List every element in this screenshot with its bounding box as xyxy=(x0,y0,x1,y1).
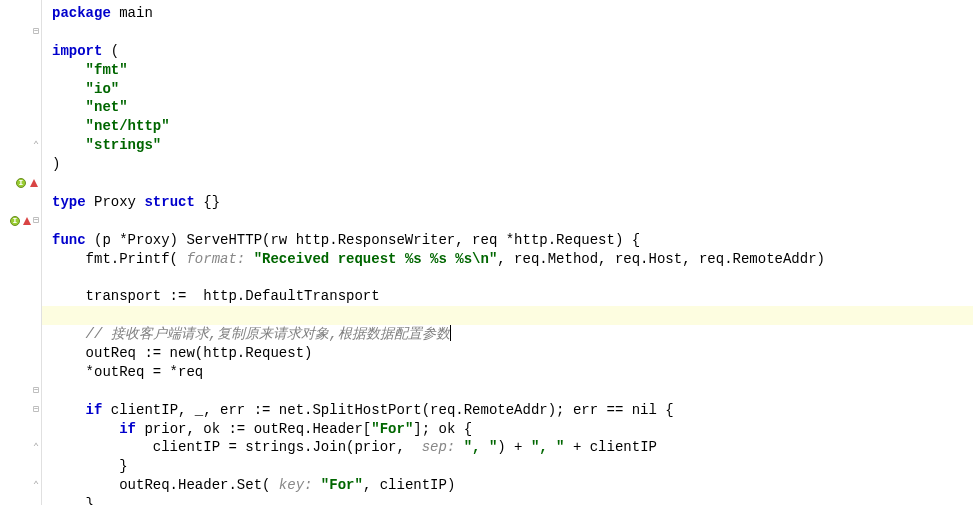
code-line[interactable]: transport := http.DefaultTransport xyxy=(52,287,973,306)
code-line[interactable]: } xyxy=(52,495,973,505)
code-line[interactable]: type Proxy struct {} xyxy=(52,193,973,212)
code-line[interactable]: "io" xyxy=(52,80,973,99)
code-line[interactable]: package main xyxy=(52,4,973,23)
current-line-highlight xyxy=(42,306,973,325)
code-line[interactable]: } xyxy=(52,457,973,476)
code-editor[interactable]: ⊟ ⌃ I I ⊟ ⊟ ⊟ ⌃ ⌃ package main import ( … xyxy=(0,0,973,505)
code-line[interactable]: if prior, ok := outReq.Header["For"]; ok… xyxy=(52,420,973,439)
interface-indicator-icon[interactable]: I xyxy=(15,177,27,189)
text-caret xyxy=(450,325,451,341)
code-line[interactable]: if clientIP, _, err := net.SplitHostPort… xyxy=(52,401,973,420)
code-line[interactable]: import ( xyxy=(52,42,973,61)
fold-end-icon: ⌃ xyxy=(33,139,39,153)
code-line[interactable]: clientIP = strings.Join(prior, sep: ", "… xyxy=(52,438,973,457)
code-line[interactable]: *outReq = *req xyxy=(52,363,973,382)
override-up-icon[interactable] xyxy=(21,215,33,227)
code-line[interactable]: outReq.Header.Set( key: "For", clientIP) xyxy=(52,476,973,495)
gutter: ⊟ ⌃ I I ⊟ ⊟ ⊟ ⌃ ⌃ xyxy=(0,0,42,505)
fold-end-icon: ⌃ xyxy=(33,479,39,493)
fold-end-icon: ⌃ xyxy=(33,441,39,455)
code-area[interactable]: package main import ( "fmt" "io" "net" "… xyxy=(42,0,973,505)
code-line[interactable]: "strings" xyxy=(52,136,973,155)
code-line[interactable]: fmt.Printf( format: "Received request %s… xyxy=(52,250,973,269)
override-up-icon[interactable] xyxy=(27,177,39,189)
fold-toggle-icon[interactable]: ⊟ xyxy=(33,404,39,416)
code-line[interactable]: ) xyxy=(52,155,973,174)
interface-indicator-icon[interactable]: I xyxy=(9,215,21,227)
code-line[interactable]: "fmt" xyxy=(52,61,973,80)
fold-toggle-icon[interactable]: ⊟ xyxy=(33,26,39,38)
code-line[interactable]: "net" xyxy=(52,98,973,117)
code-line[interactable]: func (p *Proxy) ServeHTTP(rw http.Respon… xyxy=(52,231,973,250)
fold-toggle-icon[interactable]: ⊟ xyxy=(33,215,39,227)
code-line[interactable]: outReq := new(http.Request) xyxy=(52,344,973,363)
code-line[interactable]: // 接收客户端请求,复制原来请求对象,根据数据配置参数 xyxy=(52,325,973,344)
fold-toggle-icon[interactable]: ⊟ xyxy=(33,385,39,397)
code-line[interactable]: "net/http" xyxy=(52,117,973,136)
